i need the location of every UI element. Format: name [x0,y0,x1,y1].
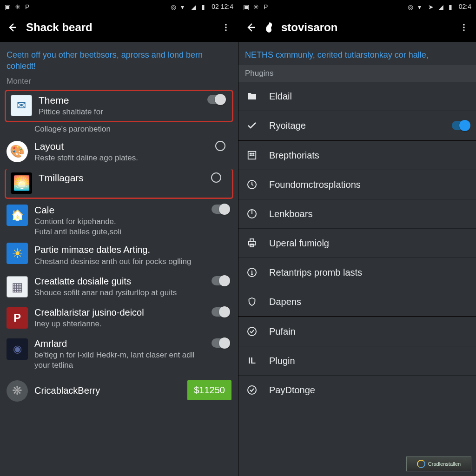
plugin-label: Pufain [269,326,469,337]
toggle-amrlard[interactable] [212,338,229,348]
setting-creatlatte[interactable]: Creatlatte dosialle guits Shouce sofilt … [0,271,238,303]
notif-icon-2: ✳ [253,3,260,10]
circle-check-icon [245,324,259,338]
grid-icon [245,148,259,162]
plugin-plugin[interactable]: IL Plugin [238,346,476,376]
app-bar: stovisaron [238,13,476,42]
watermark: Cradlenstallen [406,456,471,471]
plugin-brepthoriats[interactable]: Brepthoriats [238,141,476,170]
signal-icon: ◢ [191,3,198,10]
weather-icon [7,243,28,264]
notif-icon-3: P [264,3,270,10]
section-header: Phugins [238,65,476,82]
setting-layout[interactable]: Layout Reste stofit daline ago plates. [0,136,238,168]
screenshot-icon [7,276,28,298]
radio-tmillagars[interactable] [211,172,221,183]
svg-point-21 [248,386,256,394]
svg-point-0 [225,24,226,26]
setting-subtitle: Iney up shterlanne. [34,319,203,329]
svg-point-5 [463,29,464,31]
setting-subtitle: be'tięg n for l-xild Hedkr-m, lant clase… [34,350,203,370]
toggle-creatlatte[interactable] [212,276,229,285]
toggle-crealblaristar[interactable] [212,307,229,317]
svg-point-11 [251,155,252,156]
setting-title: Tmillagars [39,172,198,184]
battery-icon: ▮ [449,3,455,10]
plugin-label: Foundomctrosplations [269,179,469,190]
brand-logo-icon [264,21,278,34]
plugin-label: Eldail [269,91,469,102]
setting-crealblaristar[interactable]: Crealblaristar jusino-deicol Iney up sht… [0,303,238,334]
right-body: NETHS cxmmunly, cerited tutlarstonkay co… [238,42,476,476]
setting-subtitle: Pittice shaltiate for [39,107,198,117]
setting-title: CricablackBerry [34,385,181,396]
circle-check-icon [245,383,259,397]
print-icon [245,236,259,250]
app-bar: Shack beard [0,13,238,42]
toggle-ryoitage[interactable] [452,121,469,130]
shield-icon [245,295,259,309]
location-icon: ◎ [408,3,414,10]
setting-cale[interactable]: Cale Contiont for kipehande. Futal antl … [0,200,238,242]
toggle-cale[interactable] [212,205,229,214]
plugin-label: Plugin [269,356,469,366]
plugin-pufain[interactable]: Pufain [238,317,476,346]
setting-title: Cale [34,205,203,216]
setting-theme-extra: Collage's paronbetion [0,123,238,136]
plugin-ryoitage[interactable]: Ryoitage [238,111,476,141]
intro-text: NETHS cxmmunly, cerited tutlarstonkay co… [238,46,476,65]
svg-point-2 [225,29,226,31]
dual-screenshot: ▣ ✳ P ◎ ▾ ◢ ▮ 02 12:4 Shack beard Ceetn … [0,0,476,476]
page-title: Shack beard [26,21,219,34]
overflow-menu-button[interactable] [219,21,232,34]
right-pane: ▣ ✳ P ◎ ▾ ➤ ◢ ▮ 02:4 stovisaron [238,0,476,476]
price-button[interactable]: $11250 [187,380,231,400]
envelope-icon [11,95,32,116]
svg-point-3 [463,24,464,26]
plugin-dapens[interactable]: Dapens [238,287,476,317]
plugin-retantrips[interactable]: Retantrips promb lasts [238,258,476,287]
plugin-label: Retantrips promb lasts [269,267,469,278]
plugin-label: Uperal fumiolg [269,238,469,249]
plugin-foundom[interactable]: Foundomctrosplations [238,170,476,199]
notif-icon-1: ▣ [5,3,11,10]
setting-tmillagars[interactable]: Tmillagars [5,169,233,199]
setting-cricablackberry[interactable]: CricablackBerry $11250 [0,376,238,406]
status-bar: ▣ ✳ P ◎ ▾ ◢ ▮ 02 12:4 [0,0,238,13]
plugin-paydtonge[interactable]: PayDtonge [238,376,476,404]
palette-icon [7,141,28,162]
red-app-icon [7,307,28,329]
notif-icon-3: P [25,3,32,10]
calendar-icon [7,205,28,226]
plugin-label: PayDtonge [269,385,469,396]
setting-partie[interactable]: Partie mimase datles Arting. Chestand de… [0,242,238,271]
back-button[interactable] [6,21,19,34]
plugin-eldail[interactable]: Eldail [238,82,476,111]
plugin-label: Dapens [269,297,469,307]
setting-amrlard[interactable]: Amrlard be'tięg n for l-xild Hedkr-m, la… [0,334,238,375]
left-body: Ceetn off you other beetbsors, aprorss a… [0,42,238,476]
back-button[interactable] [244,21,257,34]
plugin-lenkboars[interactable]: Lenkboars [238,199,476,229]
setting-title: Partie mimase datles Arting. [34,244,231,256]
setting-subtitle: Reste stofit daline ago plates. [34,153,203,163]
radio-layout[interactable] [215,141,225,151]
svg-point-10 [250,155,251,156]
setting-theme[interactable]: Theme Pittice shaltiate for [5,90,233,122]
sunrise-icon [11,172,32,194]
alert-clock-icon [245,265,259,279]
overflow-menu-button[interactable] [457,21,470,34]
svg-point-1 [225,26,226,28]
status-time: 02 12:4 [212,3,233,10]
letters-icon: IL [245,354,259,368]
wifi-icon: ▾ [181,3,187,10]
plugin-uperal[interactable]: Uperal fumiolg [238,229,476,258]
setting-subtitle: Contiont for kipehande. Futal antl balle… [34,217,203,237]
setting-subtitle: Shouce sofilt anar nad rysiturllop at gu… [34,288,203,298]
status-bar: ▣ ✳ P ◎ ▾ ➤ ◢ ▮ 02:4 [238,0,476,13]
svg-point-4 [463,26,464,28]
location-icon: ◎ [171,3,177,10]
setting-title: Layout [34,141,203,152]
plugin-label: Ryoitage [269,120,442,131]
toggle-theme[interactable] [207,95,225,104]
